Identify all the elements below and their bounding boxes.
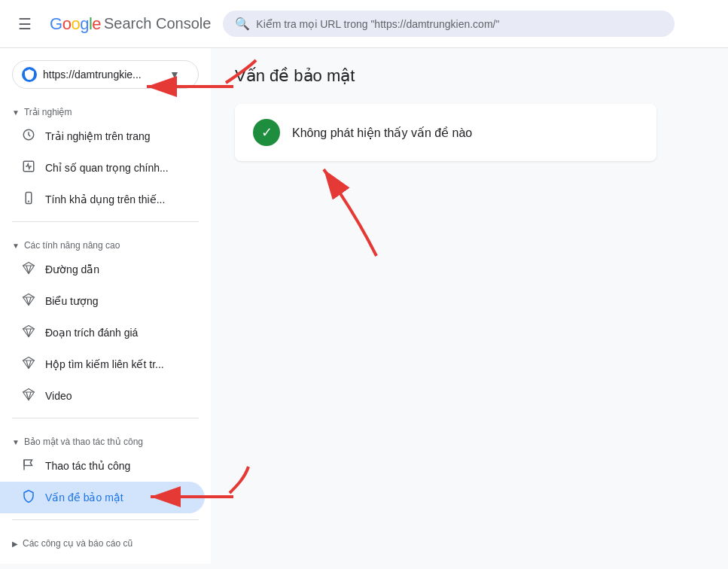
divider-3: [12, 519, 199, 520]
page-title: Vấn đề bảo mật: [235, 66, 704, 86]
nav-thao-tac-thu-cong[interactable]: Thao tác thủ công: [0, 450, 205, 482]
status-card: ✓ Không phát hiện thấy vấn đề nào: [235, 104, 656, 161]
nav-item-label: Đường dẫn: [45, 263, 99, 275]
chevron-cong-cu: ▶: [12, 540, 18, 548]
nav-hop-tim-kiem[interactable]: Hộp tìm kiếm liên kết tr...: [0, 348, 205, 380]
check-icon: ✓: [253, 119, 280, 146]
product-name: Search Console: [104, 15, 211, 32]
nav-tinh-kha-dung[interactable]: Tính khả dụng trên thiế...: [0, 184, 205, 215]
nav-item-label: Vấn đề bảo mật: [45, 491, 123, 504]
section-tinh-nang-nang-cao[interactable]: Các tính năng nâng cao: [0, 228, 211, 254]
nav-duong-dan[interactable]: Đường dẫn: [0, 254, 205, 285]
vitals-icon: [21, 160, 36, 176]
experience-icon: [21, 128, 36, 145]
property-selector[interactable]: https://damtrungkie... ▼: [12, 60, 199, 89]
property-icon: [22, 67, 37, 82]
diamond-icon-2: [21, 293, 36, 309]
menu-button[interactable]: ☰: [12, 9, 38, 39]
shield-icon: [21, 489, 36, 506]
section-cong-cu[interactable]: ▶ Các công cụ và báo cáo cũ: [0, 526, 211, 552]
section-tinh-nang-label: Các tính năng nâng cao: [24, 240, 120, 251]
nav-item-label: Hộp tìm kiếm liên kết tr...: [45, 358, 164, 370]
nav-item-label: Tính khả dụng trên thiế...: [45, 193, 165, 205]
nav-doan-trich[interactable]: Đoạn trích đánh giá: [0, 317, 205, 348]
nav-item-label: Đoạn trích đánh giá: [45, 327, 138, 339]
search-placeholder-text: Kiểm tra mọi URL trong "https://damtrung…: [256, 18, 499, 30]
section-trai-nghiem-label: Trải nghiệm: [24, 107, 72, 117]
nav-chi-so-quan-trong[interactable]: Chỉ số quan trọng chính...: [0, 152, 205, 184]
diamond-icon-4: [21, 356, 36, 373]
property-dropdown-icon: ▼: [169, 68, 180, 81]
divider-1: [12, 221, 199, 222]
nav-trai-nghiem-tren-trang[interactable]: Trải nghiệm trên trang: [0, 120, 205, 152]
chevron-tinh-nang: [12, 242, 20, 250]
sidebar: https://damtrungkie... ▼ Trải nghiệm Trả…: [0, 48, 211, 564]
main-content: Vấn đề bảo mật ✓ Không phát hiện thấy vấ…: [211, 48, 728, 564]
google-logo: Google: [50, 14, 101, 34]
section-bao-mat[interactable]: Bảo mật và thao tác thủ công: [0, 424, 211, 450]
status-text: Không phát hiện thấy vấn đề nào: [292, 126, 472, 140]
diamond-icon-3: [21, 324, 36, 341]
diamond-icon-5: [21, 388, 36, 404]
diamond-icon-1: [21, 261, 36, 278]
section-bao-mat-label: Bảo mật và thao tác thủ công: [24, 437, 143, 447]
nav-bieu-tuong[interactable]: Biểu tượng: [0, 285, 205, 317]
flag-icon: [21, 458, 36, 474]
nav-video[interactable]: Video: [0, 380, 205, 412]
url-search-bar[interactable]: 🔍 Kiểm tra mọi URL trong "https://damtru…: [223, 11, 675, 37]
divider-2: [12, 418, 199, 418]
nav-item-label: Video: [45, 390, 72, 402]
body-area: https://damtrungkie... ▼ Trải nghiệm Trả…: [0, 48, 728, 564]
mobile-icon: [21, 191, 36, 208]
nav-item-label: Chỉ số quan trọng chính...: [45, 162, 169, 174]
section-trai-nghiem[interactable]: Trải nghiệm: [0, 95, 211, 120]
property-name: https://damtrungkie...: [43, 68, 163, 81]
search-icon: 🔍: [235, 17, 250, 31]
app-header: ☰ Google Search Console 🔍 Kiểm tra mọi U…: [0, 0, 728, 48]
section-cong-cu-label: Các công cụ và báo cáo cũ: [23, 538, 133, 549]
nav-item-label: Trải nghiệm trên trang: [45, 130, 151, 142]
nav-item-label: Biểu tượng: [45, 295, 99, 307]
chevron-trai-nghiem: [12, 108, 20, 117]
logo-area: Google Search Console: [50, 14, 211, 34]
chevron-bao-mat: [12, 438, 20, 446]
nav-van-de-bao-mat[interactable]: Vấn đề bảo mật: [0, 482, 205, 513]
nav-item-label: Thao tác thủ công: [45, 460, 130, 472]
